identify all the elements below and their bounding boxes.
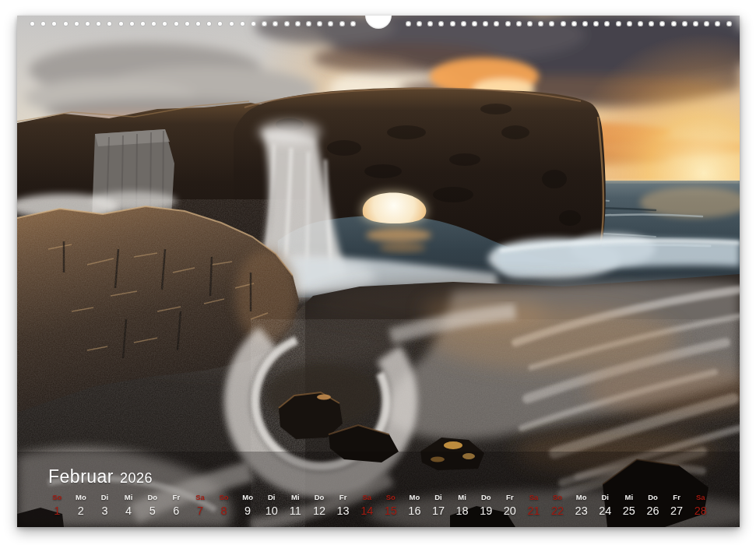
binding-hole xyxy=(185,21,190,26)
binding-hole xyxy=(284,21,290,26)
date-number: 2 xyxy=(78,505,84,517)
date-number: 19 xyxy=(480,505,492,517)
binding-hole xyxy=(273,21,278,26)
binding-hole xyxy=(339,21,345,26)
binding-hole xyxy=(450,21,455,26)
binding-hole xyxy=(240,21,245,26)
month-title: Februar xyxy=(48,466,114,487)
binding-hole xyxy=(726,21,732,26)
day-of-week-label: Do xyxy=(481,493,491,501)
date-number: 18 xyxy=(456,505,469,517)
day-column: Di17 xyxy=(427,493,451,517)
binding-hole xyxy=(561,21,566,26)
binding-hole xyxy=(671,21,677,26)
binding-hole xyxy=(505,21,511,26)
binding-hole xyxy=(350,21,356,26)
binding-hole xyxy=(638,21,643,26)
binding-hole xyxy=(659,21,665,26)
binding-hole xyxy=(494,21,499,26)
binding-hole xyxy=(262,21,267,26)
day-of-week-label: So xyxy=(553,493,562,501)
day-of-week-label: Mi xyxy=(625,493,634,501)
day-of-week-label: Mi xyxy=(458,493,466,501)
day-column: Di24 xyxy=(593,493,617,517)
day-of-week-label: So xyxy=(386,493,396,501)
day-of-week-label: So xyxy=(52,493,62,501)
day-of-week-label: Di xyxy=(602,493,610,501)
binding-hole xyxy=(649,21,654,26)
day-column: Fr6 xyxy=(164,493,188,517)
date-number: 22 xyxy=(551,505,564,517)
day-of-week-label: Fr xyxy=(673,493,680,501)
date-number: 24 xyxy=(599,505,611,517)
binding-hole xyxy=(693,21,698,26)
binding-hole xyxy=(627,21,632,26)
calendar-grid: So1Mo2Di3Mi4Do5Fr6Sa7So8Mo9Di10Mi11Do12F… xyxy=(45,493,712,517)
binding-hole xyxy=(715,21,720,26)
binding-hole xyxy=(85,21,90,26)
binding-hole xyxy=(571,21,577,26)
date-number: 13 xyxy=(337,505,350,517)
date-number: 4 xyxy=(125,505,132,517)
day-column: Sa28 xyxy=(688,493,712,517)
date-number: 11 xyxy=(290,505,301,517)
binding-hole xyxy=(417,21,422,26)
day-column: Fr27 xyxy=(665,493,689,517)
date-number: 23 xyxy=(575,505,588,517)
day-of-week-label: Fr xyxy=(506,493,514,501)
day-column: Mi4 xyxy=(117,493,141,517)
binding-hole xyxy=(107,21,112,26)
binding-hole xyxy=(295,21,301,26)
binding-hole xyxy=(604,21,610,26)
day-column: Di3 xyxy=(93,493,117,517)
day-of-week-label: So xyxy=(219,493,228,501)
calendar-overlay: Februar2026 So1Mo2Di3Mi4Do5Fr6Sa7So8Mo9D… xyxy=(17,16,740,527)
binding-hole xyxy=(538,21,543,26)
binding-hole xyxy=(151,21,156,26)
day-column: Mo16 xyxy=(403,493,427,517)
date-number: 5 xyxy=(149,505,156,517)
binding-hole xyxy=(616,21,621,26)
binding-hole xyxy=(51,21,57,26)
day-of-week-label: Sa xyxy=(362,493,371,501)
date-number: 16 xyxy=(408,505,420,517)
day-of-week-label: Fr xyxy=(173,493,181,501)
screenshot-canvas: { "page_type": "wall-calendar-month-page… xyxy=(0,0,756,545)
day-column: So1 xyxy=(45,493,69,517)
binding-hole xyxy=(438,21,444,26)
day-of-week-label: Mo xyxy=(410,493,420,501)
day-of-week-label: Sa xyxy=(529,493,539,501)
calendar-page: Februar2026 So1Mo2Di3Mi4Do5Fr6Sa7So8Mo9D… xyxy=(17,16,740,527)
binding-hole xyxy=(682,21,687,26)
binding-hole xyxy=(140,21,146,26)
binding-hole xyxy=(118,21,124,26)
binding-hole xyxy=(427,21,433,26)
day-column: Mi11 xyxy=(283,493,308,517)
day-column: So22 xyxy=(546,493,570,517)
date-number: 8 xyxy=(221,505,227,517)
binding-hole xyxy=(317,21,322,26)
date-number: 15 xyxy=(385,505,397,517)
day-of-week-label: Fr xyxy=(339,493,347,501)
binding-hole xyxy=(195,21,201,26)
binding-hole xyxy=(306,21,311,26)
date-number: 17 xyxy=(432,505,445,517)
binding-hole xyxy=(516,21,522,26)
day-of-week-label: Di xyxy=(101,493,109,501)
date-number: 1 xyxy=(54,505,60,517)
binding-hole xyxy=(229,21,234,26)
binding-hole xyxy=(74,21,79,26)
day-of-week-label: Mi xyxy=(125,493,133,501)
day-column: Mo9 xyxy=(236,493,260,517)
day-column: Do19 xyxy=(474,493,498,517)
day-column: Sa21 xyxy=(522,493,546,517)
calendar-title: Februar2026 xyxy=(48,467,153,487)
binding-hole xyxy=(593,21,599,26)
day-of-week-label: Do xyxy=(147,493,157,501)
day-column: So8 xyxy=(212,493,236,517)
date-number: 9 xyxy=(244,505,251,517)
date-number: 28 xyxy=(694,505,707,517)
day-column: Mo23 xyxy=(569,493,593,517)
date-number: 21 xyxy=(527,505,540,517)
binding-hole xyxy=(549,21,554,26)
